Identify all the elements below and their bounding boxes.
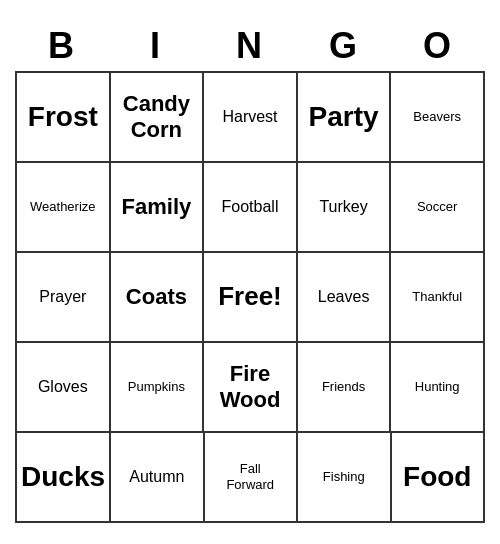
bingo-cell-4-2: Fall Forward bbox=[205, 433, 298, 523]
cell-text-3-3: Friends bbox=[322, 379, 365, 395]
cell-text-1-1: Family bbox=[122, 194, 192, 220]
bingo-cell-1-4: Soccer bbox=[391, 163, 485, 253]
cell-text-0-0: Frost bbox=[28, 100, 98, 134]
bingo-cell-2-3: Leaves bbox=[298, 253, 392, 343]
cell-text-0-4: Beavers bbox=[413, 109, 461, 125]
cell-text-0-1: Candy Corn bbox=[123, 91, 190, 144]
cell-text-4-4: Food bbox=[403, 460, 471, 494]
header-letter-O: O bbox=[391, 21, 485, 71]
cell-text-3-4: Hunting bbox=[415, 379, 460, 395]
header-letter-N: N bbox=[203, 21, 297, 71]
bingo-cell-3-1: Pumpkins bbox=[111, 343, 205, 433]
bingo-cell-3-3: Friends bbox=[298, 343, 392, 433]
bingo-row-0: FrostCandy CornHarvestPartyBeavers bbox=[17, 73, 485, 163]
cell-text-1-0: Weatherize bbox=[30, 199, 96, 215]
bingo-cell-1-3: Turkey bbox=[298, 163, 392, 253]
cell-text-4-1: Autumn bbox=[129, 467, 184, 486]
bingo-cell-4-4: Food bbox=[392, 433, 485, 523]
bingo-cell-1-1: Family bbox=[111, 163, 205, 253]
bingo-cell-3-2: Fire Wood bbox=[204, 343, 298, 433]
cell-text-2-1: Coats bbox=[126, 284, 187, 310]
cell-text-3-0: Gloves bbox=[38, 377, 88, 396]
bingo-cell-1-2: Football bbox=[204, 163, 298, 253]
bingo-card: BINGO FrostCandy CornHarvestPartyBeavers… bbox=[15, 21, 485, 523]
cell-text-4-3: Fishing bbox=[323, 469, 365, 485]
bingo-cell-4-0: Ducks bbox=[17, 433, 111, 523]
bingo-row-3: GlovesPumpkinsFire WoodFriendsHunting bbox=[17, 343, 485, 433]
bingo-row-1: WeatherizeFamilyFootballTurkeySoccer bbox=[17, 163, 485, 253]
bingo-cell-0-1: Candy Corn bbox=[111, 73, 205, 163]
bingo-cell-2-2: Free! bbox=[204, 253, 298, 343]
cell-text-4-0: Ducks bbox=[21, 460, 105, 494]
bingo-cell-0-3: Party bbox=[298, 73, 392, 163]
bingo-cell-2-0: Prayer bbox=[17, 253, 111, 343]
cell-text-4-2: Fall Forward bbox=[226, 461, 274, 492]
bingo-row-4: DucksAutumnFall ForwardFishingFood bbox=[17, 433, 485, 523]
bingo-cell-0-4: Beavers bbox=[391, 73, 485, 163]
header-letter-B: B bbox=[15, 21, 109, 71]
bingo-cell-4-1: Autumn bbox=[111, 433, 204, 523]
header-letter-G: G bbox=[297, 21, 391, 71]
cell-text-0-3: Party bbox=[309, 100, 379, 134]
cell-text-1-4: Soccer bbox=[417, 199, 457, 215]
bingo-cell-3-0: Gloves bbox=[17, 343, 111, 433]
header-letter-I: I bbox=[109, 21, 203, 71]
bingo-header: BINGO bbox=[15, 21, 485, 71]
cell-text-1-3: Turkey bbox=[319, 197, 367, 216]
bingo-cell-0-0: Frost bbox=[17, 73, 111, 163]
bingo-cell-4-3: Fishing bbox=[298, 433, 391, 523]
bingo-grid: FrostCandy CornHarvestPartyBeaversWeathe… bbox=[15, 71, 485, 523]
bingo-cell-0-2: Harvest bbox=[204, 73, 298, 163]
cell-text-3-1: Pumpkins bbox=[128, 379, 185, 395]
bingo-row-2: PrayerCoatsFree!LeavesThankful bbox=[17, 253, 485, 343]
cell-text-2-0: Prayer bbox=[39, 287, 86, 306]
bingo-cell-1-0: Weatherize bbox=[17, 163, 111, 253]
cell-text-2-4: Thankful bbox=[412, 289, 462, 305]
cell-text-3-2: Fire Wood bbox=[220, 361, 281, 414]
cell-text-2-2: Free! bbox=[218, 281, 282, 312]
cell-text-1-2: Football bbox=[222, 197, 279, 216]
cell-text-0-2: Harvest bbox=[222, 107, 277, 126]
cell-text-2-3: Leaves bbox=[318, 287, 370, 306]
bingo-cell-2-1: Coats bbox=[111, 253, 205, 343]
bingo-cell-2-4: Thankful bbox=[391, 253, 485, 343]
bingo-cell-3-4: Hunting bbox=[391, 343, 485, 433]
